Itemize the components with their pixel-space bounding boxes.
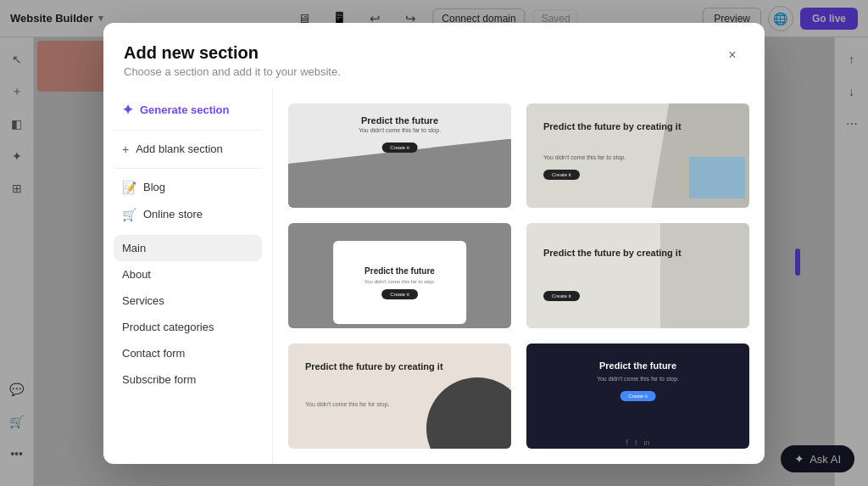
modal-header-text: Add new section Choose a section and add… bbox=[124, 43, 341, 78]
card4-title: Predict the future by creating it bbox=[543, 247, 682, 260]
modal-body: ✦ Generate section + Add blank section 📝… bbox=[103, 88, 765, 464]
nav-item-services[interactable]: Services bbox=[114, 288, 262, 314]
section-preview-4[interactable]: Predict the future by creating it Create… bbox=[525, 221, 751, 330]
card6-title: Predict the future bbox=[526, 360, 749, 371]
card4-cta: Create it bbox=[543, 291, 580, 301]
generate-section-label: Generate section bbox=[140, 103, 230, 116]
product-categories-label: Product categories bbox=[122, 321, 214, 333]
card3-cta: Create it bbox=[381, 289, 418, 299]
card6-cta: Create it bbox=[620, 391, 656, 401]
card5-circle bbox=[426, 377, 511, 450]
blog-label: Blog bbox=[143, 181, 165, 193]
modal-header: Add new section Choose a section and add… bbox=[103, 23, 765, 88]
modal-nav: ✦ Generate section + Add blank section 📝… bbox=[103, 88, 273, 464]
card5-title: Predict the future by creating it bbox=[305, 360, 443, 373]
tw-icon: t bbox=[635, 439, 637, 447]
card1-subtitle: You didn't come this far to stop. bbox=[288, 127, 511, 133]
card6-subtitle: You didn't come this far to stop. bbox=[526, 376, 749, 382]
nav-divider-2 bbox=[114, 168, 262, 169]
subscribe-form-label: Subscribe form bbox=[122, 373, 196, 386]
card2-title: Predict the future by creating it bbox=[543, 120, 682, 133]
ig-icon: in bbox=[644, 439, 650, 447]
modal-title: Add new section bbox=[124, 43, 341, 63]
contact-form-label: Contact form bbox=[122, 347, 185, 360]
modal-overlay: Add new section Choose a section and add… bbox=[0, 0, 868, 486]
nav-item-blog[interactable]: 📝 Blog bbox=[114, 174, 262, 201]
nav-item-about[interactable]: About bbox=[114, 261, 262, 288]
store-icon: 🛒 bbox=[122, 208, 136, 221]
store-label: Online store bbox=[143, 208, 203, 221]
nav-item-subscribe-form[interactable]: Subscribe form bbox=[114, 366, 262, 393]
blank-section-label: Add blank section bbox=[136, 142, 223, 155]
main-label: Main bbox=[122, 242, 146, 254]
card2-subtitle: You didn't come this far to stop. bbox=[543, 154, 626, 160]
fb-icon: f bbox=[626, 439, 628, 447]
add-section-modal: Add new section Choose a section and add… bbox=[103, 23, 765, 464]
nav-section-group: 📝 Blog 🛒 Online store Main About bbox=[114, 174, 262, 393]
generate-section-button[interactable]: ✦ Generate section bbox=[114, 95, 262, 125]
modal-subtitle: Choose a section and add it to your webs… bbox=[124, 65, 341, 78]
card1-title: Predict the future bbox=[288, 115, 511, 126]
sparkle-icon: ✦ bbox=[122, 102, 133, 118]
add-blank-section-button[interactable]: + Add blank section bbox=[114, 136, 262, 163]
about-label: About bbox=[122, 268, 151, 281]
nav-item-store[interactable]: 🛒 Online store bbox=[114, 201, 262, 228]
section-preview-2[interactable]: Predict the future by creating it You di… bbox=[525, 102, 751, 210]
card1-cta: Create it bbox=[381, 142, 418, 153]
services-label: Services bbox=[122, 294, 164, 307]
card3-subtitle: You didn't come this far to stop. bbox=[364, 279, 435, 284]
card6-social-icons: f t in bbox=[526, 439, 749, 447]
blog-icon: 📝 bbox=[122, 181, 136, 194]
plus-icon: + bbox=[122, 142, 129, 156]
card3-title: Predict the future bbox=[364, 266, 435, 276]
card5-subtitle: You didn't come this far for stop. bbox=[305, 401, 390, 407]
nav-divider-1 bbox=[114, 130, 262, 131]
section-preview-5[interactable]: Predict the future by creating it You di… bbox=[287, 342, 513, 450]
nav-item-contact-form[interactable]: Contact form bbox=[114, 340, 262, 366]
card2-cta: Create it bbox=[543, 170, 580, 180]
card3-box: Predict the future You didn't come this … bbox=[333, 241, 467, 324]
section-previews: Predict the future You didn't come this … bbox=[273, 88, 765, 464]
nav-item-main[interactable]: Main bbox=[114, 235, 262, 261]
section-preview-3[interactable]: Predict the future You didn't come this … bbox=[287, 221, 513, 330]
section-preview-1[interactable]: Predict the future You didn't come this … bbox=[287, 102, 513, 210]
card4-diagonal bbox=[660, 223, 749, 330]
section-preview-6[interactable]: Predict the future You didn't come this … bbox=[525, 342, 751, 450]
modal-close-button[interactable]: × bbox=[721, 43, 744, 67]
card2-accent bbox=[689, 157, 745, 198]
nav-item-product-categories[interactable]: Product categories bbox=[114, 314, 262, 340]
